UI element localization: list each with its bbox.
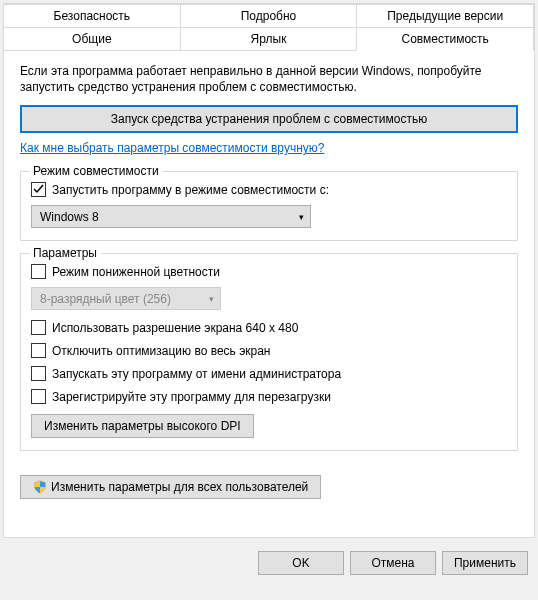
manual-settings-link[interactable]: Как мне выбрать параметры совместимости … — [20, 141, 324, 155]
compat-mode-label: Запустить программу в режиме совместимос… — [52, 183, 329, 197]
apply-button[interactable]: Применить — [442, 551, 528, 575]
compat-mode-combo[interactable]: Windows 8 ▾ — [31, 205, 311, 228]
compatibility-mode-legend: Режим совместимости — [29, 164, 163, 178]
tabs-row-2: Общие Ярлык Совместимость — [4, 28, 534, 51]
disable-fullscreen-opt-checkbox[interactable] — [31, 343, 46, 358]
change-all-users-button[interactable]: Изменить параметры для всех пользователе… — [20, 475, 321, 499]
reduced-color-checkbox[interactable] — [31, 264, 46, 279]
parameters-group: Параметры Режим пониженной цветности 8-р… — [20, 253, 518, 451]
tab-shortcut[interactable]: Ярлык — [180, 28, 358, 51]
tab-previous-versions[interactable]: Предыдущие версии — [356, 4, 534, 28]
tab-content: Если эта программа работает неправильно … — [4, 51, 534, 471]
run-troubleshooter-button[interactable]: Запуск средства устранения проблем с сов… — [20, 105, 518, 133]
chevron-down-icon: ▾ — [299, 212, 304, 222]
compatibility-mode-group: Режим совместимости Запустить программу … — [20, 171, 518, 241]
tab-security[interactable]: Безопасность — [3, 4, 181, 28]
register-restart-label: Зарегистрируйте эту программу для переза… — [52, 390, 331, 404]
shield-icon — [33, 480, 47, 494]
dialog-footer: OK Отмена Применить — [0, 541, 538, 575]
color-depth-combo: 8-разрядный цвет (256) ▾ — [31, 287, 221, 310]
run-as-admin-checkbox[interactable] — [31, 366, 46, 381]
run-as-admin-label: Запускать эту программу от имени админис… — [52, 367, 341, 381]
res-640x480-checkbox[interactable] — [31, 320, 46, 335]
tab-compatibility[interactable]: Совместимость — [356, 28, 534, 51]
parameters-legend: Параметры — [29, 246, 101, 260]
compat-mode-value: Windows 8 — [40, 210, 99, 224]
checkmark-icon — [33, 184, 44, 195]
cancel-button[interactable]: Отмена — [350, 551, 436, 575]
compat-mode-checkbox[interactable] — [31, 182, 46, 197]
reduced-color-label: Режим пониженной цветности — [52, 265, 220, 279]
color-depth-value: 8-разрядный цвет (256) — [40, 292, 171, 306]
properties-panel: Безопасность Подробно Предыдущие версии … — [3, 3, 535, 538]
chevron-down-icon: ▾ — [209, 294, 214, 304]
ok-button[interactable]: OK — [258, 551, 344, 575]
change-all-users-label: Изменить параметры для всех пользователе… — [51, 480, 308, 494]
change-dpi-settings-button[interactable]: Изменить параметры высокого DPI — [31, 414, 254, 438]
register-restart-checkbox[interactable] — [31, 389, 46, 404]
tab-general[interactable]: Общие — [3, 28, 181, 51]
res-640x480-label: Использовать разрешение экрана 640 x 480 — [52, 321, 298, 335]
tab-details[interactable]: Подробно — [180, 4, 358, 28]
intro-text: Если эта программа работает неправильно … — [20, 63, 518, 95]
tabs-row-1: Безопасность Подробно Предыдущие версии — [4, 4, 534, 28]
disable-fullscreen-opt-label: Отключить оптимизацию во весь экран — [52, 344, 271, 358]
